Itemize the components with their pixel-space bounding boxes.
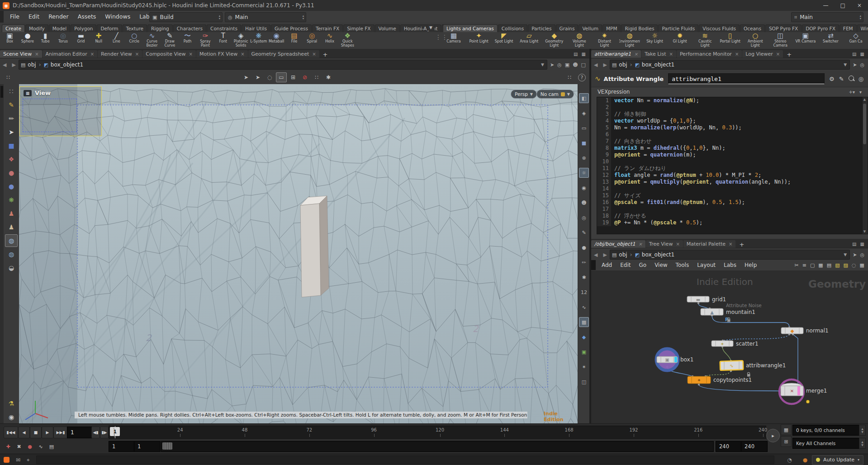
- desktop-build-combo[interactable]: ▣ Build ▴▾: [149, 12, 223, 22]
- path-combo[interactable]: ▤ obj › ◩ box_object1 ▼: [610, 60, 850, 70]
- lock-camera-icon[interactable]: ■: [579, 138, 589, 148]
- prev-frame-button[interactable]: ◀▮: [91, 427, 100, 438]
- shaded-view-icon[interactable]: ◧: [579, 93, 589, 103]
- shelf-tool-draw-curve[interactable]: ✎Draw Curve: [161, 32, 179, 49]
- keys-spinner[interactable]: ▲▼: [859, 425, 866, 436]
- close-tab-icon[interactable]: ×: [135, 52, 139, 57]
- net-menu-labs[interactable]: Labs: [720, 262, 740, 268]
- minimize-button[interactable]: —: [823, 2, 829, 9]
- select-objects-icon[interactable]: ➤: [252, 72, 263, 82]
- character-tan-icon[interactable]: ♟: [5, 221, 18, 233]
- shelf-tool-torus[interactable]: ◎Torus: [54, 32, 72, 49]
- faces-icon[interactable]: ☻: [579, 198, 589, 208]
- range-end-field[interactable]: 240: [716, 441, 742, 452]
- playback-range-slider[interactable]: [161, 441, 714, 452]
- forward-icon[interactable]: ▶: [9, 62, 18, 68]
- net-menu-help[interactable]: Help: [740, 262, 761, 268]
- mouse-hints-icon[interactable]: ⌖: [27, 457, 30, 463]
- shelf-tool-circle[interactable]: ○Circle: [125, 32, 143, 49]
- shelf-tab-volume[interactable]: Volume: [375, 24, 400, 32]
- grid-select-icon[interactable]: ⊞: [288, 72, 299, 82]
- close-tab-icon[interactable]: ×: [634, 52, 638, 57]
- play-reverse-button[interactable]: ◀: [18, 427, 30, 438]
- forward-icon[interactable]: ▶: [600, 62, 609, 68]
- path-node[interactable]: box_object1: [642, 62, 674, 68]
- net-menu-edit[interactable]: Edit: [616, 262, 635, 268]
- pane-tab-performance-monitor[interactable]: Performance Monitor×: [677, 50, 742, 58]
- shelf-tool-l-system[interactable]: ❋L-System: [250, 32, 267, 49]
- shelf-tab-rigid-bodies[interactable]: Rigid Bodies: [621, 24, 658, 32]
- select-arrow-icon[interactable]: ➤: [5, 126, 18, 138]
- shelf-tool-metaball[interactable]: ◉Metaball: [267, 32, 285, 49]
- shelf-tool-portal-light[interactable]: ▯Portal Light: [720, 32, 740, 49]
- menu-edit[interactable]: Edit: [24, 11, 44, 23]
- back-icon[interactable]: ◀: [0, 62, 9, 68]
- network-node-scatter1[interactable]: ✦scatter1: [711, 341, 759, 347]
- close-button[interactable]: ×: [857, 2, 862, 9]
- cook-indicator-icon[interactable]: ◔: [787, 457, 792, 463]
- sticky-note-icon[interactable]: ▨: [844, 262, 848, 268]
- lock-icon[interactable]: ■: [5, 139, 18, 152]
- broom-icon[interactable]: ✱: [579, 272, 589, 282]
- shelf-tool-vr-camera[interactable]: ▣VR Camera: [795, 32, 816, 49]
- shelf-tool-gi-light[interactable]: ✹GI Light: [669, 32, 690, 49]
- snapshot-icon[interactable]: ◫: [579, 377, 589, 387]
- search-icon[interactable]: ◌: [852, 262, 856, 268]
- close-tab-icon[interactable]: ×: [676, 242, 679, 247]
- shelf-tool-area-light[interactable]: ▱Area Light: [519, 32, 540, 49]
- fan-icon[interactable]: ✶: [579, 362, 589, 372]
- close-tab-icon[interactable]: ×: [35, 52, 38, 57]
- scope-channels-icon[interactable]: ∿: [36, 442, 45, 451]
- select-points-icon[interactable]: ∷: [311, 72, 322, 82]
- headlight-icon[interactable]: ☼: [579, 168, 589, 178]
- go-to-start-button[interactable]: ▮◀◀: [4, 427, 18, 438]
- path-root[interactable]: obj: [619, 62, 627, 68]
- filter-keys-icon[interactable]: ▤: [47, 442, 56, 451]
- shelf-tab-oceans[interactable]: Oceans: [740, 24, 765, 32]
- pin-icon[interactable]: ➤: [550, 62, 554, 68]
- key-all-channels-button[interactable]: Key All Channels: [792, 438, 863, 449]
- network-node-normal1[interactable]: ◆normal1: [781, 327, 829, 334]
- shelf-tab-viscous-fluids[interactable]: Viscous Fluids: [699, 24, 740, 32]
- back-icon[interactable]: ◀: [591, 252, 600, 258]
- spinner-icon[interactable]: ▴▾: [859, 14, 862, 20]
- ortho-view-icon[interactable]: ▭: [579, 123, 589, 133]
- shelf-tool-volume-light[interactable]: ◍Volume Light: [569, 32, 590, 49]
- shelf-tab-dop-pyro-fx[interactable]: DOP Pyro FX: [802, 24, 839, 32]
- shelf-tab-vellum[interactable]: Vellum: [579, 24, 602, 32]
- pane-tab-log-viewer[interactable]: Log Viewer×: [742, 50, 783, 58]
- align-icon[interactable]: ≡: [802, 262, 806, 268]
- shelf-tool-file[interactable]: ▤File: [285, 32, 303, 49]
- menu-render[interactable]: Render: [44, 11, 73, 23]
- pencil-icon[interactable]: ✏: [579, 257, 589, 267]
- shelf-tab-rigging[interactable]: Rigging: [147, 24, 173, 32]
- select-mode-icon[interactable]: ➤: [241, 72, 251, 82]
- brush-icon[interactable]: ✎: [579, 228, 589, 237]
- message-log-icon[interactable]: ✉: [16, 457, 20, 463]
- shelf-tool-line[interactable]: ╱Line: [108, 32, 125, 49]
- notes-icon[interactable]: ▧: [835, 262, 840, 268]
- tree-tool-icon[interactable]: ❋: [5, 194, 18, 206]
- viewport-canvas[interactable]: 22: [19, 84, 578, 423]
- character-red-icon[interactable]: ♟: [5, 207, 18, 220]
- path-node[interactable]: box_object1: [642, 251, 674, 258]
- update-mode-selector[interactable]: Auto Update ▾: [812, 455, 863, 465]
- shelf-tool-sky-light[interactable]: ☼Sky Light: [645, 32, 665, 49]
- green-frame-icon[interactable]: ▣: [579, 347, 589, 357]
- pane-edge-grip[interactable]: [0, 84, 4, 423]
- pane-tab-attribwrangle1[interactable]: attribwrangle1×: [591, 50, 641, 58]
- pin-icon[interactable]: ➤: [853, 62, 857, 68]
- network-canvas[interactable]: Indie EditionGeometryP▬grid1▲mountain1At…: [591, 270, 868, 423]
- stop-button[interactable]: ■: [30, 427, 42, 438]
- search-icon[interactable]: [849, 76, 854, 82]
- terrain-globe-icon[interactable]: ◍: [5, 234, 18, 247]
- shelf-tab-fem[interactable]: FEM: [840, 24, 857, 32]
- blue-sphere-icon[interactable]: ●: [5, 180, 18, 193]
- net-menu-layout[interactable]: Layout: [693, 262, 720, 268]
- spinner-icon[interactable]: ▴▾: [218, 14, 221, 20]
- pane-tab-material-palette[interactable]: Material Palette×: [683, 240, 736, 248]
- paint-tool-icon[interactable]: ✎: [5, 99, 18, 111]
- shelf-tool-null[interactable]: ✚Null: [90, 32, 107, 49]
- shelf-tab-hair-utils[interactable]: Hair Utils: [242, 24, 270, 32]
- network-node-attribwrangle1[interactable]: ∿attribwrangle1: [720, 361, 786, 376]
